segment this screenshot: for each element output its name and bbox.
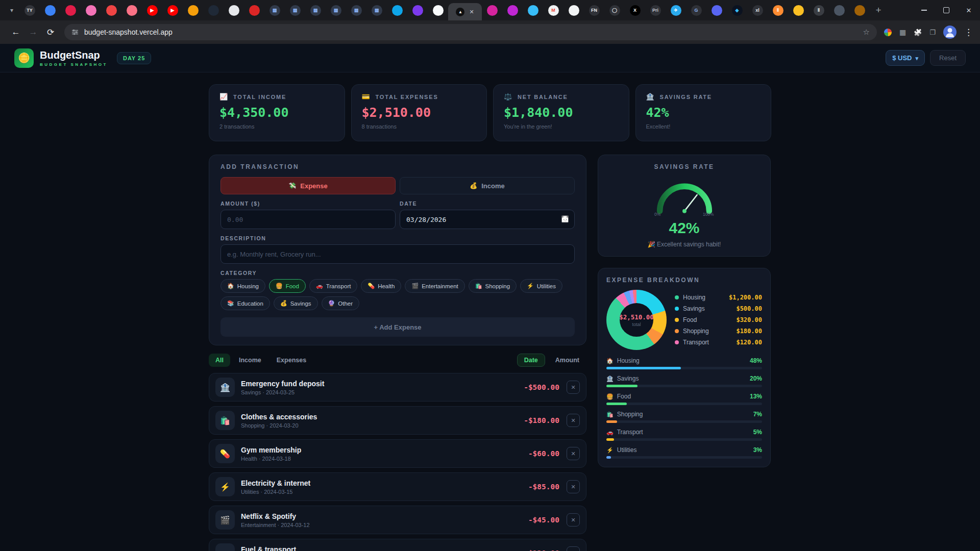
browser-tab[interactable]: ‖ xyxy=(768,0,788,20)
tab-favicon: M xyxy=(548,5,559,16)
gauge-needle xyxy=(684,195,697,211)
browser-tab[interactable]: ◆ xyxy=(727,0,747,20)
site-info-icon[interactable] xyxy=(71,29,79,36)
profile-avatar[interactable] xyxy=(943,26,957,39)
browser-tab[interactable] xyxy=(706,0,727,20)
window-close-button[interactable] xyxy=(958,0,980,20)
browser-tab[interactable] xyxy=(502,0,523,20)
browser-tab[interactable]: ▤ xyxy=(264,0,285,20)
browser-tab[interactable]: Pri xyxy=(645,0,666,20)
date-input[interactable]: 03/28/2026 xyxy=(400,210,575,229)
sort-button[interactable]: Amount xyxy=(548,354,586,367)
browser-tab[interactable]: ▤ xyxy=(285,0,305,20)
browser-tab[interactable] xyxy=(849,0,870,20)
browser-tab[interactable] xyxy=(244,0,264,20)
delete-transaction-button[interactable] xyxy=(567,546,580,551)
browser-tab[interactable] xyxy=(81,0,101,20)
browser-tab[interactable]: FN xyxy=(584,0,604,20)
delete-transaction-button[interactable] xyxy=(567,513,580,527)
category-chip[interactable]: 🔮 Other xyxy=(322,296,360,310)
browser-tab[interactable]: ◯ xyxy=(604,0,625,20)
extensions-puzzle-icon[interactable] xyxy=(914,28,922,37)
browser-tab[interactable]: M xyxy=(543,0,564,20)
category-chip[interactable]: 📚 Education xyxy=(220,296,270,310)
browser-tab[interactable]: ✈ xyxy=(666,0,686,20)
category-chip[interactable]: 🏠 Housing xyxy=(220,279,265,293)
category-chip[interactable]: ⚡ Utilities xyxy=(520,279,562,293)
forward-button[interactable] xyxy=(24,23,42,41)
category-bar-header: 🚗 Transport 5% xyxy=(606,429,762,436)
new-tab-button[interactable] xyxy=(870,0,887,20)
active-tab[interactable]: ▲ xyxy=(448,3,482,20)
tab-favicon xyxy=(45,5,56,16)
income-toggle-button[interactable]: 💰 Income xyxy=(400,177,575,194)
browser-tab[interactable]: xl xyxy=(747,0,768,20)
browser-tab[interactable] xyxy=(564,0,584,20)
expense-breakdown-title: EXPENSE BREAKDOWN xyxy=(606,277,762,284)
browser-tab[interactable]: ▤ xyxy=(346,0,366,20)
browser-tab[interactable] xyxy=(428,0,448,20)
filter-tab[interactable]: Expenses xyxy=(270,354,313,367)
date-label: DATE xyxy=(400,201,575,207)
delete-transaction-button[interactable] xyxy=(567,447,580,460)
browser-tab[interactable] xyxy=(407,0,428,20)
window-maximize-button[interactable] xyxy=(935,0,958,20)
bookmark-star-icon[interactable] xyxy=(863,28,869,37)
tab-favicon xyxy=(487,5,498,16)
browser-tab[interactable]: TY xyxy=(19,0,40,20)
browser-tab[interactable] xyxy=(523,0,543,20)
browser-menu-icon[interactable] xyxy=(964,27,973,38)
category-chip[interactable]: 🚗 Transport xyxy=(309,279,358,293)
add-expense-button[interactable]: + Add Expense xyxy=(220,317,575,337)
extension-grid-icon[interactable] xyxy=(899,28,906,37)
tab-close-icon[interactable] xyxy=(469,9,474,15)
category-chip[interactable]: 🛍️ Shopping xyxy=(469,279,517,293)
window-minimize-button[interactable] xyxy=(913,0,935,20)
expense-toggle-button[interactable]: 💸 Expense xyxy=(220,177,396,194)
back-button[interactable] xyxy=(7,23,24,41)
browser-tab[interactable] xyxy=(121,0,142,20)
amount-input[interactable] xyxy=(220,210,396,229)
delete-transaction-button[interactable] xyxy=(567,381,580,394)
browser-tab[interactable] xyxy=(788,0,808,20)
browser-tab[interactable] xyxy=(482,0,502,20)
browser-tab[interactable] xyxy=(60,0,81,20)
browser-tab[interactable]: G xyxy=(686,0,706,20)
browser-tab[interactable] xyxy=(829,0,849,20)
browser-tab[interactable] xyxy=(224,0,244,20)
sort-button[interactable]: Date xyxy=(517,354,545,367)
browser-tab[interactable] xyxy=(183,0,203,20)
close-icon xyxy=(571,484,575,490)
reset-button[interactable]: Reset xyxy=(930,50,966,66)
transaction-category-icon: 🛍️ xyxy=(215,411,235,430)
browser-tab[interactable] xyxy=(101,0,121,20)
filter-tab[interactable]: All xyxy=(209,354,230,367)
calendar-icon[interactable] xyxy=(561,215,569,223)
tab-search-button[interactable] xyxy=(4,0,19,20)
extension-icon[interactable] xyxy=(884,29,892,36)
delete-transaction-button[interactable] xyxy=(567,480,580,493)
browser-tab[interactable]: ▤ xyxy=(305,0,326,20)
browser-tab[interactable]: ▶ xyxy=(142,0,162,20)
browser-tab[interactable]: ▤ xyxy=(366,0,387,20)
description-input[interactable] xyxy=(220,244,575,264)
category-chip[interactable]: 💰 Savings xyxy=(274,296,318,310)
browser-tab[interactable] xyxy=(203,0,224,20)
browser-tab[interactable] xyxy=(387,0,407,20)
browser-tab[interactable]: ▤ xyxy=(326,0,346,20)
browser-tab[interactable] xyxy=(40,0,60,20)
browser-tab[interactable]: ▶ xyxy=(162,0,183,20)
reload-button[interactable] xyxy=(42,23,59,41)
filter-tab[interactable]: Income xyxy=(232,354,268,367)
legend-amount: $500.00 xyxy=(736,305,762,312)
currency-select[interactable]: $ USD xyxy=(886,50,925,66)
category-chip[interactable]: 🎬 Entertainment xyxy=(405,279,464,293)
browser-tab[interactable]: ‖ xyxy=(808,0,829,20)
side-panel-icon[interactable] xyxy=(929,28,936,37)
browser-tab[interactable]: X xyxy=(625,0,645,20)
legend-dot xyxy=(675,340,679,344)
category-chip[interactable]: 🍔 Food xyxy=(269,279,306,293)
category-chip[interactable]: 💊 Health xyxy=(361,279,401,293)
delete-transaction-button[interactable] xyxy=(567,414,580,427)
address-bar[interactable]: budget-snapshot.vercel.app xyxy=(64,24,877,40)
